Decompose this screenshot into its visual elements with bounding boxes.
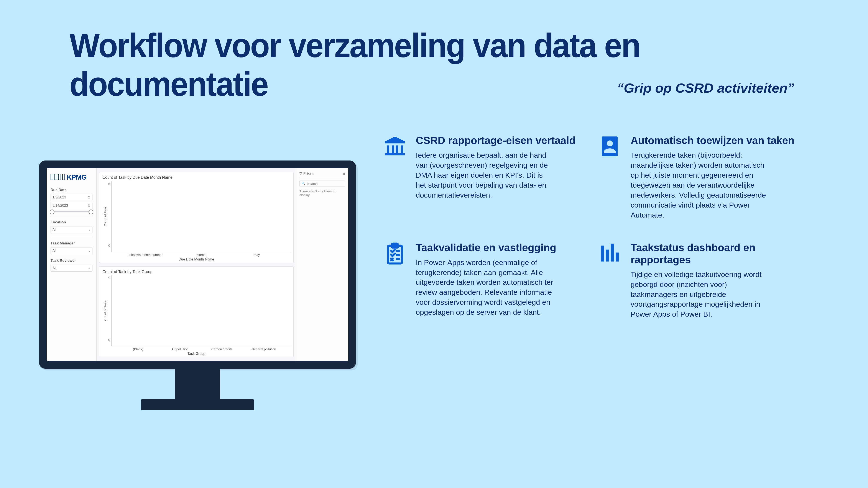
feature-block: CSRD rapportage-eisen vertaaldIedere org… [382, 134, 584, 220]
content-row: KPMG Due Date 1/5/2023 🗓 5/14/2023 🗓 [35, 134, 799, 475]
due-date-label: Due Date [51, 188, 92, 192]
calendar-icon: 🗓 [88, 196, 91, 199]
task-reviewer-select[interactable]: All ⌄ [51, 265, 92, 271]
feature-text: Taakstatus dashboard en rapportagesTijdi… [630, 241, 799, 319]
chevron-down-icon: ⌄ [88, 266, 91, 270]
chart-xtick: may [229, 252, 285, 257]
filters-search[interactable]: 🔍 Search [300, 180, 345, 187]
chart-xlabel: Due Date Month Name [102, 257, 290, 262]
kpmg-logo-text: KPMG [67, 173, 87, 181]
chart-title: Count of Task by Task Group [102, 269, 290, 274]
chart-xtick: Carbon credits [201, 346, 243, 351]
filters-header-icon: ▽ [300, 171, 303, 176]
clipboard-check-icon [382, 241, 408, 268]
location-value: All [53, 228, 56, 232]
chart-task-group: Count of Task by Task Group Count of Tas… [99, 266, 293, 357]
chart-plot [111, 275, 290, 346]
feature-title: CSRD rapportage-eisen vertaald [416, 134, 576, 147]
chart-xtick: General pollution [243, 346, 285, 351]
calendar-icon: 🗓 [88, 204, 91, 207]
task-reviewer-label: Task Reviewer [51, 259, 92, 263]
date-from-field[interactable]: 1/5/2023 🗓 [51, 194, 92, 201]
chart-xlabel: Task Group [102, 351, 290, 356]
monitor-graphic: KPMG Due Date 1/5/2023 🗓 5/14/2023 🗓 [35, 134, 360, 475]
feature-body: Tijdige en volledige taakuitvoering word… [630, 269, 770, 319]
bar-chart-icon [597, 241, 623, 268]
contact-card-icon [597, 134, 623, 161]
svg-rect-11 [616, 253, 619, 262]
dashboard-main: Count of Task by Due Date Month Name Cou… [97, 168, 296, 361]
chart-ylabel: Count of Task [102, 275, 108, 346]
slide-subtitle: “Grip op CSRD activiteiten” [617, 80, 794, 96]
task-manager-label: Task Manager [51, 241, 92, 246]
feature-body: Terugkerende taken (bijvoorbeeld: maande… [630, 150, 770, 220]
monitor-stand-neck [175, 369, 220, 399]
date-range-slider[interactable] [51, 211, 92, 212]
feature-text: Taakvalidatie en vastleggingIn Power-App… [416, 241, 556, 319]
feature-block: Taakvalidatie en vastleggingIn Power-App… [382, 241, 584, 319]
monitor-bezel: KPMG Due Date 1/5/2023 🗓 5/14/2023 🗓 [39, 161, 356, 369]
chart-xtick: march [173, 252, 229, 257]
chart-xtick: Air pollution [159, 346, 201, 351]
dashboard-screenshot: KPMG Due Date 1/5/2023 🗓 5/14/2023 🗓 [46, 168, 348, 361]
monitor-stand-base [141, 399, 254, 410]
feature-body: Iedere organisatie bepaalt, aan de hand … [416, 150, 555, 200]
date-to-value: 5/14/2023 [53, 204, 68, 207]
location-select[interactable]: All ⌄ [51, 226, 92, 233]
chart-xtick: (Blank) [117, 346, 159, 351]
feature-title: Automatisch toewijzen van taken [630, 134, 795, 147]
chart-title: Count of Task by Due Date Month Name [102, 175, 290, 180]
filters-empty-note: There aren't any filters to display. [300, 189, 345, 197]
chart-yticks: 5 0 [108, 275, 111, 346]
chart-plot [111, 181, 290, 252]
chevron-down-icon: ⌄ [88, 228, 91, 231]
chart-due-date: Count of Task by Due Date Month Name Cou… [99, 172, 293, 263]
date-to-field[interactable]: 5/14/2023 🗓 [51, 202, 92, 209]
feature-text: Automatisch toewijzen van takenTerugkere… [630, 134, 795, 220]
slide: Workflow voor verzameling van data en do… [0, 0, 868, 488]
task-reviewer-value: All [53, 266, 56, 270]
location-label: Location [51, 220, 92, 225]
feature-title: Taakvalidatie en vastlegging [416, 241, 556, 254]
institution-icon [382, 134, 408, 161]
chart-ylabel: Count of Task [102, 181, 108, 252]
chart-xaxis: (Blank)Air pollutionCarbon creditsGenera… [102, 346, 290, 351]
filters-pane: ▽ Filters » 🔍 Search There aren't any fi… [296, 168, 348, 361]
chart-xaxis: unknown month numbermarchmay [102, 252, 290, 257]
svg-point-0 [394, 139, 396, 142]
chevron-down-icon: ⌄ [88, 249, 91, 253]
filters-search-placeholder: Search [307, 182, 318, 186]
feature-body: In Power-Apps worden (eenmalige of terug… [416, 258, 555, 317]
task-manager-value: All [53, 249, 56, 253]
filters-header: Filters [303, 171, 343, 176]
svg-rect-8 [601, 246, 604, 262]
feature-grid: CSRD rapportage-eisen vertaaldIedere org… [382, 134, 799, 475]
dashboard-sidebar: KPMG Due Date 1/5/2023 🗓 5/14/2023 🗓 [46, 168, 97, 361]
kpmg-logo-bars-icon [51, 174, 65, 180]
expand-icon[interactable]: » [343, 171, 345, 176]
task-manager-select[interactable]: All ⌄ [51, 247, 92, 254]
chart-yticks: 5 0 [108, 181, 111, 252]
kpmg-logo: KPMG [51, 173, 92, 181]
feature-block: Automatisch toewijzen van takenTerugkere… [597, 134, 799, 220]
svg-point-2 [607, 140, 613, 147]
svg-rect-9 [606, 250, 609, 262]
svg-rect-10 [611, 244, 614, 262]
search-icon: 🔍 [302, 182, 306, 186]
feature-block: Taakstatus dashboard en rapportagesTijdi… [597, 241, 799, 319]
date-from-value: 1/5/2023 [53, 195, 66, 199]
feature-title: Taakstatus dashboard en rapportages [630, 241, 799, 265]
feature-text: CSRD rapportage-eisen vertaaldIedere org… [416, 134, 576, 220]
chart-xtick: unknown month number [117, 252, 173, 257]
svg-rect-4 [392, 244, 398, 248]
